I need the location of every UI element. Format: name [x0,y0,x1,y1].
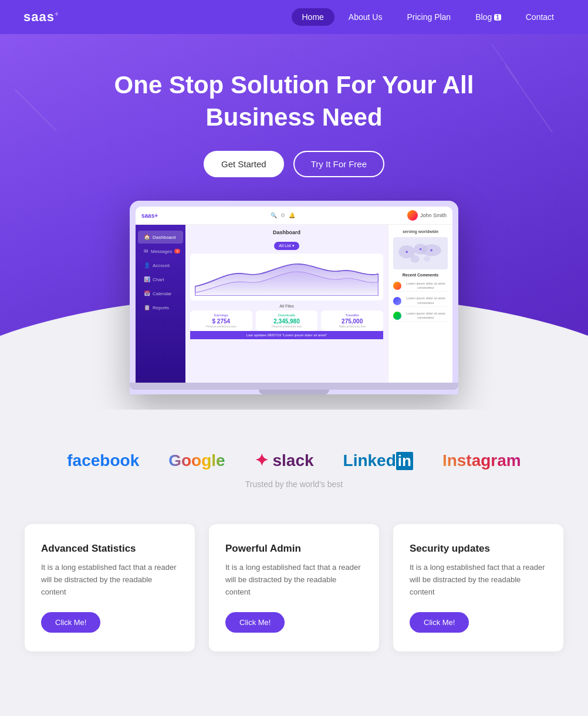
try-free-button[interactable]: Try It For Free [293,151,384,177]
sidebar-chart[interactable]: 📊 Chart [138,273,183,286]
dashboard-body: 🏠 Dashboard ✉ Messages 3 👤 Account [136,225,452,383]
svg-point-4 [424,256,430,262]
stats-row: Earnings $ 2754 Finance pretectura toro … [190,310,383,331]
get-started-button[interactable]: Get Started [204,151,284,177]
stat-earnings: Earnings $ 2754 Finance pretectura toro [190,310,252,331]
brands-row: facebook Google ✦ slack Linkedin Instagr… [23,451,565,470]
settings-icon: ⚙ [281,212,285,218]
sidebar-calendar[interactable]: 📅 Calendar [138,287,183,300]
feature-desc-2: It is a long established fact that a rea… [410,562,547,598]
laptop-stand [259,390,329,394]
trusted-text: Trusted by the world's best [23,479,565,489]
account-icon: 👤 [144,262,150,268]
commenter-avatar-2 [393,297,401,305]
map-title: serving worldwide [393,229,448,234]
dashboard-right-panel: serving worldwide [388,225,452,383]
features-section: Advanced Statistics It is a long establi… [0,501,588,687]
feature-btn-2[interactable]: Click Me! [410,612,469,633]
svg-point-7 [430,249,432,252]
laptop-screen: saas+ 🔍 ⚙ 🔔 John Smith [136,207,452,383]
nav-pricing[interactable]: Pricing Plan [396,8,461,26]
laptop-mockup: saas+ 🔍 ⚙ 🔔 John Smith [23,201,565,394]
all-files-label: All Files [190,304,383,308]
navbar: saas+ Home About Us Pricing Plan Blog 1 … [0,0,588,34]
dashboard-main: Dashboard All List ▾ [185,225,388,383]
svg-point-5 [405,251,408,254]
feature-card-0: Advanced Statistics It is a long establi… [25,524,195,651]
linkedin-in-badge: in [396,452,413,470]
feature-btn-0[interactable]: Click Me! [41,612,100,633]
update-bar: Last updates 08/07/19 "Lorem ipsum dolor… [190,331,383,339]
dashboard-title: Dashboard [190,229,383,235]
world-map [393,237,448,269]
hero-section: One Stop Solution For Your All Business … [0,34,588,410]
feature-desc-0: It is a long established fact that a rea… [41,562,178,598]
logo: saas+ [23,9,59,25]
brands-section: facebook Google ✦ slack Linkedin Instagr… [0,410,588,501]
topbar-icons: 🔍 ⚙ 🔔 [271,212,295,218]
stat-traveller: Traveller 275,000 Tablo pretectura toro [321,310,383,331]
filter-button[interactable]: All List ▾ [274,242,299,250]
avatar [407,210,418,221]
stat-downloads: Downloads 2,345,980 Finance pretectura t… [256,310,318,331]
feature-title-1: Powerful Admin [225,543,363,555]
feature-title-2: Security updates [410,543,547,555]
user-info: John Smith [407,210,447,221]
feature-btn-1[interactable]: Click Me! [225,612,285,633]
bell-icon: 🔔 [289,212,295,218]
comment-3: Lorem ipsum dolor sit amet consectetur [393,310,448,322]
facebook-logo[interactable]: facebook [67,451,139,470]
recent-comments-title: Recent Comments [393,273,448,277]
feature-desc-1: It is a long established fact that a rea… [225,562,363,598]
dashboard-sidebar: 🏠 Dashboard ✉ Messages 3 👤 Account [136,225,185,383]
svg-point-6 [420,248,422,251]
feature-card-1: Powerful Admin It is a long established … [209,524,379,651]
calendar-icon: 📅 [144,291,150,296]
nav-home[interactable]: Home [292,8,334,26]
nav-about[interactable]: About Us [338,8,393,26]
nav-contact[interactable]: Contact [515,8,565,26]
chart-svg [195,258,379,296]
feature-title-0: Advanced Statistics [41,543,178,555]
comment-2: Lorem ipsum dolor sit amet consectetur [393,295,448,306]
commenter-avatar-1 [393,282,401,290]
laptop-body: saas+ 🔍 ⚙ 🔔 John Smith [130,201,458,394]
comment-1: Lorem ipsum dolor sit amet consectetur [393,281,448,292]
hero-headline: One Stop Solution For Your All Business … [23,69,565,133]
nav-blog[interactable]: Blog 1 [465,8,512,26]
laptop-topbar: saas+ 🔍 ⚙ 🔔 John Smith [136,207,452,225]
feature-card-2: Security updates It is a long establishe… [393,524,563,651]
search-icon: 🔍 [271,212,277,218]
linkedin-logo[interactable]: Linkedin [343,451,413,470]
slack-logo[interactable]: ✦ slack [255,451,314,470]
chart-area [190,254,383,300]
google-logo[interactable]: Google [168,451,225,470]
messages-icon: ✉ [144,248,148,254]
sidebar-dashboard[interactable]: 🏠 Dashboard [138,231,183,244]
hero-buttons: Get Started Try It For Free [23,151,565,177]
sidebar-account[interactable]: 👤 Account [138,259,183,272]
sidebar-reports[interactable]: 📋 Reports [138,301,183,314]
instagram-logo[interactable]: Instagram [442,451,521,470]
dashboard-logo: saas+ [141,212,158,219]
svg-point-3 [411,255,420,263]
sidebar-messages[interactable]: ✉ Messages 3 [138,245,183,258]
messages-badge: 3 [174,249,180,254]
slack-plus-icon: ✦ [255,451,273,470]
chart-icon: 📊 [144,276,150,282]
commenter-avatar-3 [393,312,401,320]
laptop-base [130,383,458,390]
nav-links: Home About Us Pricing Plan Blog 1 Contac… [292,8,565,26]
home-icon: 🏠 [144,234,150,240]
reports-icon: 📋 [144,305,150,310]
